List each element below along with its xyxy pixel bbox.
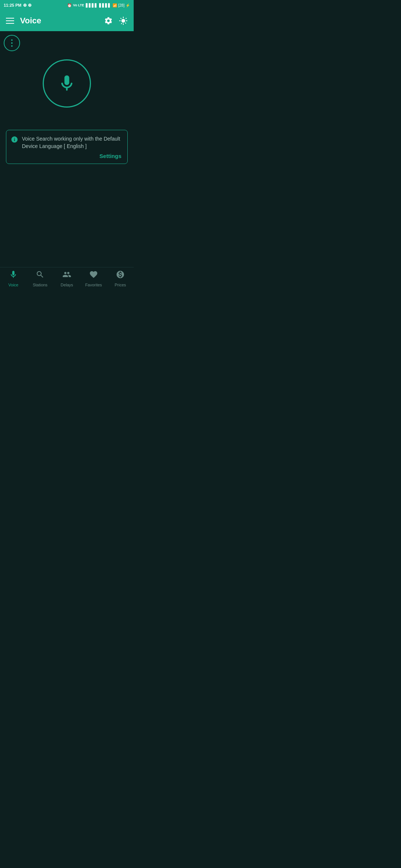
nav-item-voice[interactable]: Voice xyxy=(0,270,27,287)
search-nav-icon xyxy=(36,270,45,281)
status-time: 11:25 PM ⊕ ⊕ xyxy=(4,3,32,8)
alarm-icon: ⏰ xyxy=(67,3,72,7)
status-icons: ⏰ Vo LTE ▋▋▋▋ ▋▋▋▋ 📶 [28] ⚡ xyxy=(67,3,130,7)
bottom-nav: Voice Stations Delays Favorites xyxy=(0,267,134,289)
more-options-button[interactable] xyxy=(4,35,20,51)
info-message: Voice Search working only with the Defau… xyxy=(22,135,121,150)
nav-item-stations[interactable]: Stations xyxy=(27,270,53,287)
main-content: Voice Search working only with the Defau… xyxy=(0,31,134,267)
battery-level: 28 xyxy=(119,3,123,7)
microphone-icon xyxy=(57,74,76,93)
nav-item-favorites[interactable]: Favorites xyxy=(80,270,107,287)
brightness-icon xyxy=(119,16,128,25)
media-icon: ⊕ ⊕ xyxy=(23,3,32,8)
settings-icon xyxy=(104,16,113,25)
info-box-top: Voice Search working only with the Defau… xyxy=(11,135,121,150)
mic-container xyxy=(43,59,91,108)
signal2-icon: ▋▋▋▋ xyxy=(99,3,111,7)
brightness-button[interactable] xyxy=(119,16,128,25)
mic-button[interactable] xyxy=(43,59,91,108)
group-nav-icon xyxy=(62,270,71,281)
microphone-nav-icon xyxy=(9,270,18,281)
nav-label-prices: Prices xyxy=(115,283,126,287)
dollar-nav-icon xyxy=(116,270,125,281)
settings-link[interactable]: Settings xyxy=(100,153,121,159)
wifi-icon: 📶 xyxy=(113,3,117,7)
nav-label-stations: Stations xyxy=(33,283,48,287)
info-icon xyxy=(11,136,18,145)
nav-item-prices[interactable]: Prices xyxy=(107,270,134,287)
nav-label-favorites: Favorites xyxy=(85,283,102,287)
time-text: 11:25 PM xyxy=(4,3,22,7)
info-box-bottom: Settings xyxy=(11,153,121,159)
info-box: Voice Search working only with the Defau… xyxy=(6,130,128,164)
heart-nav-icon xyxy=(89,270,98,281)
lte-icon: Vo LTE xyxy=(73,3,84,7)
battery-icon: [28] ⚡ xyxy=(118,3,130,7)
app-bar: Voice xyxy=(0,10,134,31)
settings-button[interactable] xyxy=(104,16,113,25)
app-bar-left: Voice xyxy=(6,16,41,26)
status-bar: 11:25 PM ⊕ ⊕ ⏰ Vo LTE ▋▋▋▋ ▋▋▋▋ 📶 [28] ⚡ xyxy=(0,0,134,10)
three-dots-icon xyxy=(11,39,13,47)
nav-item-delays[interactable]: Delays xyxy=(53,270,80,287)
nav-label-voice: Voice xyxy=(9,283,19,287)
signal-icon: ▋▋▋▋ xyxy=(86,3,98,7)
menu-button[interactable] xyxy=(6,18,14,24)
nav-label-delays: Delays xyxy=(61,283,73,287)
page-title: Voice xyxy=(20,16,41,26)
app-bar-right xyxy=(104,16,128,25)
